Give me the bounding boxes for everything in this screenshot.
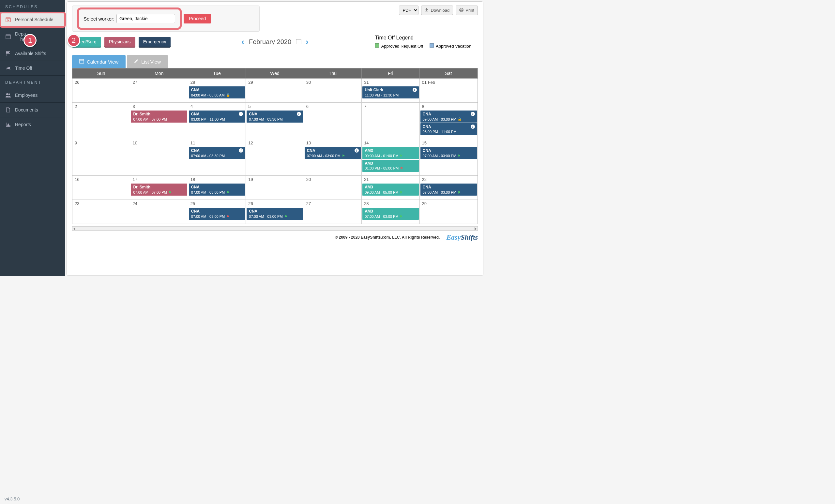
shift-block[interactable]: CNA04:00 AM - 05:00 AM🔒 bbox=[189, 86, 245, 99]
svg-rect-13 bbox=[8, 124, 9, 126]
shift-block[interactable]: CNA07:00 AM - 03:00 PM⚑ bbox=[189, 208, 245, 220]
sidebar-item-reports[interactable]: Reports bbox=[0, 117, 65, 132]
cal-cell[interactable]: 4 iCNA03:00 PM - 11:00 PM bbox=[188, 103, 246, 139]
shift-block[interactable]: CNA07:00 AM - 03:00 PM⚑ bbox=[247, 208, 303, 220]
calendar-grid: Sun Mon Tue Wed Thu Fri Sat 26 27 28 CNA… bbox=[72, 68, 478, 224]
shift-block[interactable]: iUnit Clerk11:00 PM - 12:30 PM bbox=[362, 86, 419, 99]
legend: Time Off Legend Approved Request Off App… bbox=[375, 35, 478, 48]
flag-icon: ⚑ bbox=[342, 153, 345, 158]
shift-block[interactable]: Dr. Smith07:00 AM - 07:00 PM⚑ bbox=[131, 184, 187, 195]
shift-block[interactable]: CNA07:00 AM - 03:00 PM⚑ bbox=[189, 184, 245, 195]
cal-cell[interactable]: 11 iCNA07:00 AM - 03:30 PM bbox=[188, 139, 246, 176]
cal-cell[interactable]: 20 bbox=[304, 176, 362, 200]
easyshifts-logo: EasyShifts bbox=[446, 233, 478, 241]
cal-cell[interactable]: 2 bbox=[73, 103, 130, 139]
shift-block[interactable]: iCNA07:00 AM - 03:30 PM bbox=[247, 110, 303, 123]
horizontal-scrollbar[interactable] bbox=[72, 226, 478, 231]
cal-cell[interactable]: 15 CNA07:00 AM - 03:00 PM⚑ bbox=[420, 139, 477, 176]
print-button[interactable]: Print bbox=[456, 5, 478, 15]
flag-icon: ⚑ bbox=[400, 190, 403, 195]
info-icon[interactable]: i bbox=[413, 88, 417, 92]
edit-icon bbox=[134, 59, 139, 65]
cal-cell[interactable]: 22 CNA07:00 AM - 03:00 PM⚑ bbox=[420, 176, 477, 200]
calendar-picker-icon[interactable] bbox=[296, 39, 301, 44]
download-icon bbox=[425, 8, 429, 13]
cal-cell[interactable]: 17 Dr. Smith07:00 AM - 07:00 PM⚑ bbox=[130, 176, 188, 200]
cal-cell[interactable]: 16 bbox=[73, 176, 130, 200]
cal-cell[interactable]: 29 bbox=[420, 200, 477, 224]
cal-cell[interactable]: 26 CNA07:00 AM - 03:00 PM⚑ bbox=[246, 200, 304, 224]
svg-rect-18 bbox=[80, 59, 84, 63]
shift-block[interactable]: iCNA09:00 AM - 03:00 PM🔒 bbox=[421, 110, 477, 123]
shift-block[interactable]: AM301:00 PM - 05:00 PM⚑ bbox=[362, 160, 419, 172]
info-icon[interactable]: i bbox=[471, 112, 475, 116]
cal-cell[interactable]: 13 iCNA07:00 AM - 03:00 PM⚑ bbox=[304, 139, 362, 176]
cal-cell[interactable]: 28 AM307:00 AM - 03:00 PM⚑ bbox=[362, 200, 420, 224]
download-button[interactable]: Download bbox=[421, 5, 453, 15]
lock-icon: 🔒 bbox=[226, 93, 230, 97]
cal-cell[interactable]: 10 bbox=[130, 139, 188, 176]
info-icon[interactable]: i bbox=[297, 112, 301, 116]
cal-cell[interactable]: 26 bbox=[73, 79, 130, 103]
worker-label: Select worker: bbox=[83, 16, 115, 22]
sidebar-item-label: Department Schedules bbox=[15, 31, 60, 42]
cal-cell[interactable]: 28 CNA04:00 AM - 05:00 AM🔒 bbox=[188, 79, 246, 103]
export-format-select[interactable]: PDF bbox=[399, 5, 419, 15]
cal-cell[interactable]: 19 bbox=[246, 176, 304, 200]
cal-cell[interactable]: 27 bbox=[130, 79, 188, 103]
proceed-button[interactable]: Proceed bbox=[184, 14, 211, 23]
cal-cell[interactable]: 8 iCNA09:00 AM - 03:00 PM🔒 iCNA03:00 PM … bbox=[420, 103, 477, 139]
cal-cell[interactable]: 25 CNA07:00 AM - 03:00 PM⚑ bbox=[188, 200, 246, 224]
cal-cell[interactable]: 01 Feb bbox=[420, 79, 477, 103]
info-icon[interactable]: i bbox=[471, 125, 475, 129]
tag-physicians[interactable]: Physicians bbox=[104, 37, 135, 47]
sidebar-item-employees[interactable]: Employees bbox=[0, 88, 65, 103]
cal-cell[interactable]: 18 CNA07:00 AM - 03:00 PM⚑ bbox=[188, 176, 246, 200]
cal-cell[interactable]: 3 Dr. Smith07:00 AM - 07:00 PM bbox=[130, 103, 188, 139]
cal-cell[interactable]: 29 bbox=[246, 79, 304, 103]
shift-block[interactable]: Dr. Smith07:00 AM - 07:00 PM bbox=[131, 110, 187, 123]
cal-cell[interactable]: 6 bbox=[304, 103, 362, 139]
shift-block[interactable]: AM309:00 AM - 01:00 PM⚑ bbox=[362, 147, 419, 159]
shift-block[interactable]: AM307:00 AM - 03:00 PM⚑ bbox=[362, 208, 419, 220]
cal-cell[interactable]: 24 bbox=[130, 200, 188, 224]
worker-select-box: Select worker: bbox=[79, 9, 180, 28]
tag-emergency[interactable]: Emergency bbox=[139, 37, 171, 47]
flag-icon bbox=[5, 50, 11, 57]
document-icon bbox=[5, 107, 11, 113]
flag-icon: ⚑ bbox=[400, 166, 403, 170]
cal-cell[interactable]: 7 bbox=[362, 103, 420, 139]
cal-cell[interactable]: 23 bbox=[73, 200, 130, 224]
sidebar-item-personal-schedule[interactable]: Personal Schedule bbox=[0, 13, 65, 27]
cal-cell[interactable]: 9 bbox=[73, 139, 130, 176]
cal-cell[interactable]: 5 iCNA07:00 AM - 03:30 PM bbox=[246, 103, 304, 139]
chart-icon bbox=[5, 122, 11, 127]
shift-block[interactable]: CNA07:00 AM - 03:00 PM⚑ bbox=[421, 147, 477, 159]
shift-block[interactable]: CNA07:00 AM - 03:00 PM⚑ bbox=[421, 184, 477, 195]
worker-input[interactable] bbox=[117, 14, 175, 23]
svg-rect-4 bbox=[6, 35, 11, 39]
next-month-button[interactable]: › bbox=[306, 37, 309, 47]
tab-calendar-view[interactable]: Calendar View bbox=[72, 55, 126, 68]
flag-icon: ⚑ bbox=[226, 190, 229, 195]
tab-list-view[interactable]: List View bbox=[127, 55, 168, 68]
sidebar-item-available-shifts[interactable]: Available Shifts bbox=[0, 46, 65, 61]
shift-block[interactable]: iCNA07:00 AM - 03:30 PM bbox=[189, 147, 245, 159]
annotation-1: 1 bbox=[23, 34, 37, 47]
cal-cell[interactable]: 31 iUnit Clerk11:00 PM - 12:30 PM bbox=[362, 79, 420, 103]
cal-cell[interactable]: 12 bbox=[246, 139, 304, 176]
sidebar-item-time-off[interactable]: Time Off bbox=[0, 61, 65, 76]
prev-month-button[interactable]: ‹ bbox=[241, 37, 244, 47]
cal-cell[interactable]: 30 bbox=[304, 79, 362, 103]
shift-block[interactable]: AM309:00 AM - 05:00 PM⚑ bbox=[362, 184, 419, 195]
main-content: Select worker: Proceed PDF Download bbox=[66, 1, 483, 276]
shift-block[interactable]: iCNA03:00 PM - 11:00 PM bbox=[421, 123, 477, 135]
cal-cell[interactable]: 14 AM309:00 AM - 01:00 PM⚑ AM301:00 PM -… bbox=[362, 139, 420, 176]
sidebar-item-documents[interactable]: Documents bbox=[0, 103, 65, 117]
sidebar-item-label: Available Shifts bbox=[15, 51, 46, 56]
shift-block[interactable]: iCNA03:00 PM - 11:00 PM bbox=[189, 110, 245, 123]
cal-cell[interactable]: 21 AM309:00 AM - 05:00 PM⚑ bbox=[362, 176, 420, 200]
flag-icon: ⚑ bbox=[457, 153, 461, 158]
cal-cell[interactable]: 27 bbox=[304, 200, 362, 224]
shift-block[interactable]: iCNA07:00 AM - 03:00 PM⚑ bbox=[305, 147, 361, 159]
